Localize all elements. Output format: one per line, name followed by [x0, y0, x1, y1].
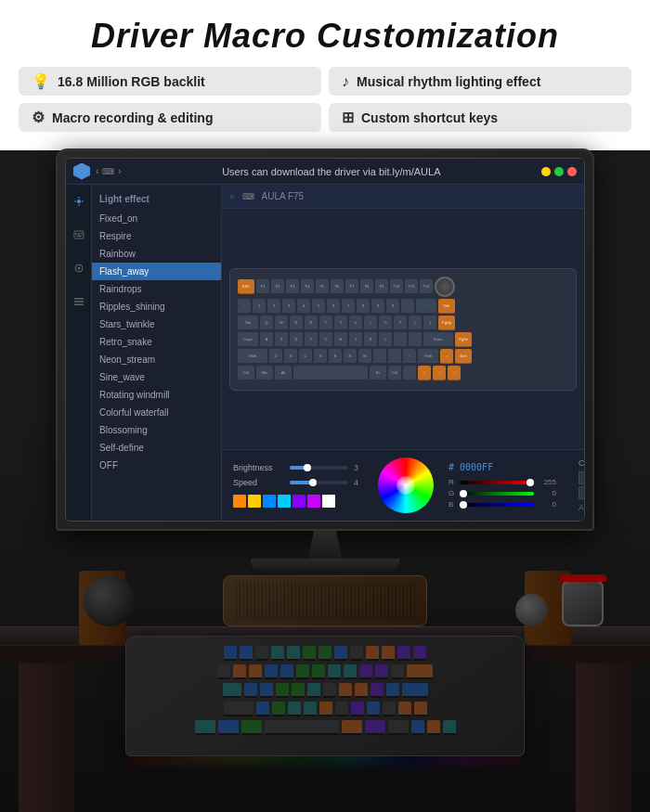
- color-wheel[interactable]: [378, 458, 434, 513]
- slash-key[interactable]: /: [403, 349, 416, 364]
- swatch-white[interactable]: [322, 495, 335, 508]
- green-track[interactable]: [460, 492, 534, 496]
- nav-back-arrow[interactable]: ‹: [96, 166, 98, 176]
- sidebar-item-flash-away[interactable]: Flash_away: [92, 263, 221, 280]
- 2-key[interactable]: 2: [267, 299, 280, 314]
- n-key[interactable]: N: [344, 349, 357, 364]
- x-key[interactable]: X: [284, 349, 297, 364]
- y-key[interactable]: Y: [334, 316, 347, 330]
- quote-key[interactable]: ': [409, 332, 422, 347]
- u-key[interactable]: U: [349, 316, 362, 330]
- red-track[interactable]: [460, 481, 534, 484]
- bracket-r-key[interactable]: ]: [423, 316, 436, 330]
- swatch-purple[interactable]: [292, 495, 306, 508]
- k-key[interactable]: K: [364, 332, 377, 347]
- period-key[interactable]: .: [388, 349, 401, 364]
- pgdn-key[interactable]: PgDn: [455, 332, 472, 347]
- s-key[interactable]: S: [275, 332, 288, 347]
- space-key[interactable]: [293, 366, 368, 380]
- comma-key[interactable]: ,: [373, 349, 386, 364]
- f12-key[interactable]: F12: [420, 279, 433, 294]
- f8-key[interactable]: F8: [360, 279, 373, 294]
- f9-key[interactable]: F9: [375, 279, 388, 294]
- f10-key[interactable]: F10: [390, 279, 403, 294]
- sidebar-item-neon-stream[interactable]: Neon_stream: [92, 351, 221, 368]
- speed-thumb[interactable]: [309, 479, 317, 486]
- sidebar-item-windmill[interactable]: Rotating windmill: [92, 386, 221, 404]
- a-key[interactable]: A: [260, 332, 273, 347]
- f6-key[interactable]: F6: [331, 279, 344, 294]
- enter-key[interactable]: Enter: [423, 332, 453, 347]
- close-button[interactable]: [567, 167, 577, 176]
- custom-swatch-1[interactable]: [578, 471, 584, 484]
- 1-key[interactable]: 1: [253, 299, 266, 314]
- 9-key[interactable]: 9: [371, 299, 384, 314]
- f-key[interactable]: F: [305, 332, 318, 347]
- sidebar-icon-macro[interactable]: [70, 259, 88, 277]
- swatch-magenta[interactable]: [307, 495, 320, 508]
- del-key[interactable]: Del: [438, 299, 455, 314]
- maximize-button[interactable]: [554, 167, 564, 176]
- sidebar-item-blossoming[interactable]: Blossoming: [92, 421, 221, 439]
- caps-key[interactable]: Caps: [238, 332, 258, 347]
- speed-track[interactable]: [290, 481, 348, 484]
- red-thumb[interactable]: [526, 479, 534, 486]
- z-key[interactable]: Z: [269, 349, 282, 364]
- sidebar-item-off[interactable]: OFF: [92, 457, 221, 474]
- up-key[interactable]: ↑: [440, 349, 453, 364]
- f4-key[interactable]: F4: [301, 279, 314, 294]
- f3-key[interactable]: F3: [286, 279, 299, 294]
- swatch-orange[interactable]: [233, 495, 246, 508]
- 5-key[interactable]: 5: [312, 299, 325, 314]
- minus-key[interactable]: -: [401, 299, 414, 314]
- e-key[interactable]: E: [290, 316, 303, 330]
- fn-key[interactable]: Fn: [370, 366, 386, 380]
- swatch-yellow[interactable]: [248, 495, 261, 508]
- 7-key[interactable]: 7: [342, 299, 355, 314]
- expand-icon[interactable]: »: [229, 191, 235, 201]
- green-thumb[interactable]: [460, 490, 467, 497]
- t-key[interactable]: T: [319, 316, 332, 330]
- bracket-l-key[interactable]: [: [409, 316, 422, 330]
- alt-key[interactable]: Alt: [275, 366, 292, 380]
- right-key[interactable]: →: [448, 366, 461, 380]
- esc-key[interactable]: ESC: [238, 279, 254, 294]
- f7-key[interactable]: F7: [345, 279, 358, 294]
- brightness-track[interactable]: [290, 466, 348, 470]
- o-key[interactable]: O: [379, 316, 392, 330]
- 8-key[interactable]: 8: [357, 299, 370, 314]
- lshift-key[interactable]: Shift: [238, 349, 267, 364]
- tilde-key[interactable]: ~: [238, 299, 251, 314]
- f1-key[interactable]: F1: [256, 279, 269, 294]
- sidebar-item-retro-snake[interactable]: Retro_snake: [92, 333, 221, 351]
- semi-key[interactable]: ;: [394, 332, 407, 347]
- ctrl-r-key[interactable]: Ctrl: [388, 366, 401, 380]
- brightness-thumb[interactable]: [304, 464, 311, 471]
- backspace-key[interactable]: ←: [416, 299, 436, 314]
- blue-thumb[interactable]: [460, 501, 467, 509]
- blue-track[interactable]: [460, 503, 534, 507]
- c-key[interactable]: C: [299, 349, 312, 364]
- sidebar-item-stars[interactable]: Stars_twinkle: [92, 316, 221, 333]
- end-key[interactable]: End: [455, 349, 472, 364]
- f2-key[interactable]: F2: [271, 279, 284, 294]
- w-key[interactable]: W: [275, 316, 288, 330]
- q-key[interactable]: Q: [260, 316, 273, 330]
- sidebar-item-self-define[interactable]: Self-define: [92, 439, 221, 457]
- sidebar-icon-keyboard[interactable]: [70, 226, 88, 244]
- sidebar-item-waterfall[interactable]: Colorful waterfall: [92, 404, 221, 421]
- f11-key[interactable]: F11: [405, 279, 418, 294]
- b-key[interactable]: B: [329, 349, 342, 364]
- f5-key[interactable]: F5: [316, 279, 329, 294]
- 3-key[interactable]: 3: [282, 299, 295, 314]
- sidebar-icon-light[interactable]: [70, 192, 88, 211]
- sidebar-item-raindrops[interactable]: Raindrops: [92, 280, 221, 298]
- ctrl-key[interactable]: Ctrl: [238, 366, 254, 380]
- sidebar-item-rainbow[interactable]: Rainbow: [92, 245, 221, 263]
- 6-key[interactable]: 6: [327, 299, 340, 314]
- down-key[interactable]: ↓: [433, 366, 446, 380]
- comma-2-key[interactable]: [403, 366, 416, 380]
- volume-knob[interactable]: [435, 277, 455, 297]
- tab-key[interactable]: Tab: [238, 316, 258, 330]
- 4-key[interactable]: 4: [297, 299, 310, 314]
